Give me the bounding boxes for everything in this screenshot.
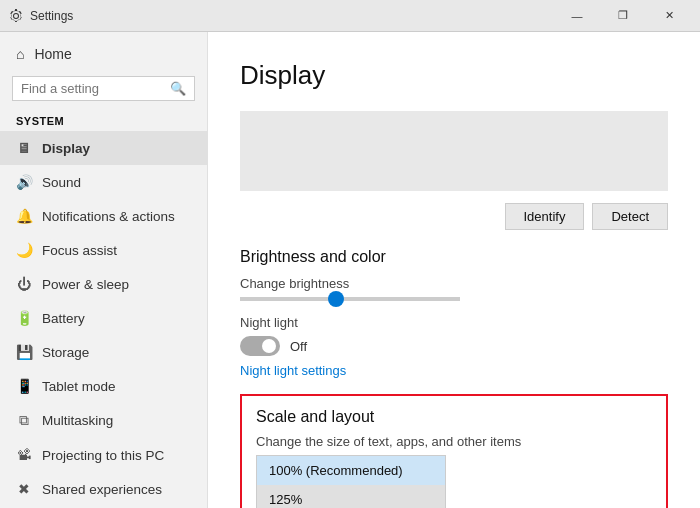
brightness-slider-wrap: Change brightness	[240, 276, 668, 301]
night-light-settings-link[interactable]: Night light settings	[240, 363, 346, 378]
home-icon: ⌂	[16, 46, 24, 62]
window-title: Settings	[30, 9, 554, 23]
tablet-icon: 📱	[16, 378, 32, 394]
scale-option-125[interactable]: 125%	[257, 485, 445, 508]
sidebar-item-projecting-label: Projecting to this PC	[42, 448, 164, 463]
brightness-section-title: Brightness and color	[240, 248, 668, 266]
night-light-row: Off	[240, 336, 668, 356]
sidebar-item-tablet-label: Tablet mode	[42, 379, 116, 394]
scale-dropdown[interactable]: 100% (Recommended) 125% 150% 175%	[256, 455, 446, 508]
sidebar: ⌂ Home 🔍 System 🖥 Display 🔊 Sound 🔔 Noti…	[0, 32, 208, 508]
sidebar-item-power-label: Power & sleep	[42, 277, 129, 292]
night-light-toggle[interactable]	[240, 336, 280, 356]
settings-icon	[8, 8, 24, 24]
sidebar-item-battery-label: Battery	[42, 311, 85, 326]
shared-icon: ✖	[16, 481, 32, 497]
sidebar-item-sound-label: Sound	[42, 175, 81, 190]
change-brightness-label: Change brightness	[240, 276, 668, 291]
sidebar-item-focus[interactable]: 🌙 Focus assist	[0, 233, 207, 267]
sidebar-item-storage[interactable]: 💾 Storage	[0, 335, 207, 369]
sidebar-item-power[interactable]: ⏻ Power & sleep	[0, 267, 207, 301]
brightness-slider[interactable]	[240, 297, 460, 301]
sidebar-item-shared-label: Shared experiences	[42, 482, 162, 497]
sidebar-item-shared[interactable]: ✖ Shared experiences	[0, 472, 207, 506]
sidebar-home[interactable]: ⌂ Home	[0, 36, 207, 72]
display-icon: 🖥	[16, 140, 32, 156]
display-preview	[240, 111, 668, 191]
notifications-icon: 🔔	[16, 208, 32, 224]
restore-button[interactable]: ❐	[600, 0, 646, 32]
app-body: ⌂ Home 🔍 System 🖥 Display 🔊 Sound 🔔 Noti…	[0, 32, 700, 508]
sidebar-item-multitasking[interactable]: ⧉ Multitasking	[0, 403, 207, 438]
sidebar-item-multitasking-label: Multitasking	[42, 413, 113, 428]
minimize-button[interactable]: —	[554, 0, 600, 32]
projecting-icon: 📽	[16, 447, 32, 463]
sidebar-item-display[interactable]: 🖥 Display	[0, 131, 207, 165]
home-label: Home	[34, 46, 71, 62]
brightness-thumb[interactable]	[328, 291, 344, 307]
sidebar-item-focus-label: Focus assist	[42, 243, 117, 258]
scale-section-title: Scale and layout	[256, 408, 652, 426]
titlebar: Settings — ❐ ✕	[0, 0, 700, 32]
search-input[interactable]	[21, 81, 164, 96]
close-button[interactable]: ✕	[646, 0, 692, 32]
scale-description: Change the size of text, apps, and other…	[256, 434, 652, 449]
sidebar-item-sound[interactable]: 🔊 Sound	[0, 165, 207, 199]
sidebar-item-projecting[interactable]: 📽 Projecting to this PC	[0, 438, 207, 472]
scale-option-100[interactable]: 100% (Recommended)	[257, 456, 445, 485]
sidebar-item-storage-label: Storage	[42, 345, 89, 360]
sidebar-item-battery[interactable]: 🔋 Battery	[0, 301, 207, 335]
system-section-label: System	[0, 109, 207, 131]
display-buttons: Identify Detect	[240, 203, 668, 230]
sidebar-item-notifications[interactable]: 🔔 Notifications & actions	[0, 199, 207, 233]
search-box[interactable]: 🔍	[12, 76, 195, 101]
sound-icon: 🔊	[16, 174, 32, 190]
battery-icon: 🔋	[16, 310, 32, 326]
sidebar-item-tablet[interactable]: 📱 Tablet mode	[0, 369, 207, 403]
night-light-state: Off	[290, 339, 307, 354]
storage-icon: 💾	[16, 344, 32, 360]
main-content: Display Identify Detect Brightness and c…	[208, 32, 700, 508]
sidebar-item-notifications-label: Notifications & actions	[42, 209, 175, 224]
power-icon: ⏻	[16, 276, 32, 292]
scale-section: Scale and layout Change the size of text…	[240, 394, 668, 508]
multitasking-icon: ⧉	[16, 412, 32, 429]
night-light-label: Night light	[240, 315, 668, 330]
page-title: Display	[240, 60, 668, 91]
focus-icon: 🌙	[16, 242, 32, 258]
detect-button[interactable]: Detect	[592, 203, 668, 230]
search-icon: 🔍	[170, 81, 186, 96]
window-controls: — ❐ ✕	[554, 0, 692, 32]
identify-button[interactable]: Identify	[505, 203, 585, 230]
toggle-knob	[262, 339, 276, 353]
sidebar-item-display-label: Display	[42, 141, 90, 156]
